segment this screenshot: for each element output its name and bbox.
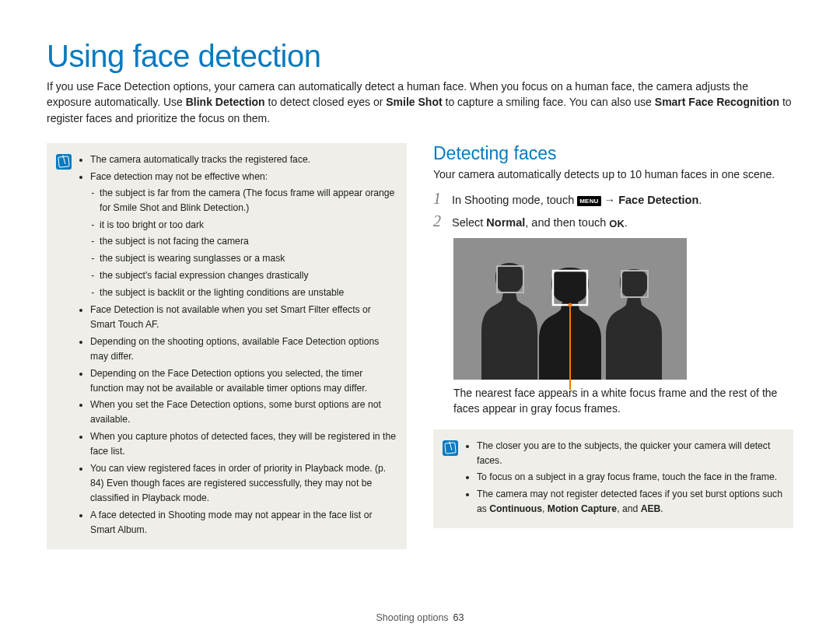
list-item: The closer you are to the subjects, the … xyxy=(477,439,782,468)
note-box-left: The camera automatically tracks the regi… xyxy=(47,143,407,549)
section-desc: Your camera automatically detects up to … xyxy=(433,167,793,183)
step-bold: Normal xyxy=(486,216,525,229)
section-heading: Detecting faces xyxy=(433,143,793,164)
list-item: the subject is far from the camera (The … xyxy=(100,186,396,215)
list-item: the subject's facial expression changes … xyxy=(100,268,396,283)
step-text-part: . xyxy=(625,216,628,229)
ok-icon: OK xyxy=(609,218,625,229)
steps: 1 In Shooting mode, touch MENU → Face De… xyxy=(433,190,793,230)
list-bold: Continuous xyxy=(489,503,542,514)
list-item: When you capture photos of detected face… xyxy=(90,429,396,459)
step-number: 2 xyxy=(433,212,444,230)
list-item: The camera automatically tracks the regi… xyxy=(90,152,396,167)
list-item: the subject is not facing the camera xyxy=(100,234,396,249)
footer-section: Shooting options xyxy=(376,612,448,623)
list-item-text: , xyxy=(542,503,548,514)
menu-icon: MENU xyxy=(577,196,600,206)
footer-page-number: 63 xyxy=(453,612,464,623)
sub-list: the subject is far from the camera (The … xyxy=(90,186,396,300)
step-number: 1 xyxy=(433,190,444,208)
list-item-text: . xyxy=(660,503,663,514)
list-item: To focus on a subject in a gray focus fr… xyxy=(477,470,782,485)
intro-text: to capture a smiling face. You can also … xyxy=(443,96,655,108)
list-item: When you set the Face Detection options,… xyxy=(90,398,396,427)
note-list: The closer you are to the subjects, the … xyxy=(466,439,782,520)
step-text-part: → xyxy=(601,194,619,206)
list-bold: Motion Capture xyxy=(548,503,617,514)
intro-bold: Blink Detection xyxy=(186,96,265,108)
list-bold: AEB xyxy=(641,503,661,514)
step-text-part: Select xyxy=(452,216,486,229)
step-text-part: . xyxy=(698,194,702,206)
step-1: 1 In Shooting mode, touch MENU → Face De… xyxy=(433,190,793,208)
page-footer: Shooting options63 xyxy=(0,612,840,623)
illustration-caption: The nearest face appears in a white focu… xyxy=(453,386,793,416)
note-list: The camera automatically tracks the regi… xyxy=(79,152,396,540)
step-text: Select Normal, and then touch OK. xyxy=(452,216,628,229)
list-item: A face detected in Shooting mode may not… xyxy=(90,508,396,538)
list-item: the subject is backlit or the lighting c… xyxy=(100,285,396,300)
intro-text: to detect closed eyes or xyxy=(265,96,387,108)
list-item: Face Detection is not available when you… xyxy=(90,303,396,332)
intro-bold: Smart Face Recognition xyxy=(655,96,779,108)
list-item-text: , and xyxy=(617,503,641,514)
list-item: Depending on the Face Detection options … xyxy=(90,366,396,396)
svg-point-5 xyxy=(569,303,572,307)
note-icon xyxy=(443,440,458,456)
step-text: In Shooting mode, touch MENU → Face Dete… xyxy=(452,194,702,206)
list-item: The camera may not register detected fac… xyxy=(477,487,782,517)
step-text-part: In Shooting mode, touch xyxy=(452,194,577,206)
list-item: Depending on the shooting options, avail… xyxy=(90,335,396,364)
list-item: You can view registered faces in order o… xyxy=(90,461,396,506)
list-item: Face detection may not be effective when… xyxy=(90,170,396,300)
step-text-part: , and then touch xyxy=(525,216,609,229)
step-2: 2 Select Normal, and then touch OK. xyxy=(433,212,793,230)
list-item: the subject is wearing sunglasses or a m… xyxy=(100,251,396,266)
note-icon xyxy=(56,154,72,170)
list-item-text: Face detection may not be effective when… xyxy=(90,171,268,182)
step-bold: Face Detection xyxy=(618,194,698,206)
note-box-right: The closer you are to the subjects, the … xyxy=(433,429,793,529)
intro-paragraph: If you use Face Detection options, your … xyxy=(47,79,793,126)
intro-bold: Smile Shot xyxy=(386,96,442,108)
page-title: Using face detection xyxy=(47,39,793,74)
detection-illustration xyxy=(453,238,687,380)
list-item: it is too bright or too dark xyxy=(100,218,396,233)
